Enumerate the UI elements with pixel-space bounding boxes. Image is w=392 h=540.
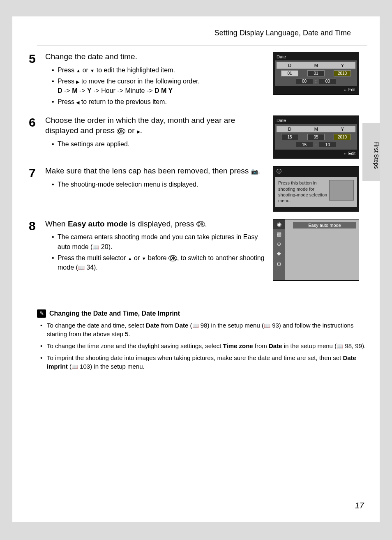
screen-title: Date — [273, 116, 359, 124]
step-number: 7 — [29, 167, 45, 179]
page-ref-icon — [264, 322, 270, 329]
step-body: Change the date and time. Press or to ed… — [45, 52, 273, 108]
ok-icon: OK — [196, 221, 205, 227]
edit-label: ↔ Edit — [273, 150, 359, 158]
info-icon: ⓘ — [273, 166, 359, 177]
bullet: Press the multi selector or before OK, t… — [52, 253, 269, 272]
up-arrow-icon — [128, 254, 132, 261]
step-8: 8 When Easy auto mode is displayed, pres… — [37, 219, 367, 281]
dmy-header: DMY — [277, 126, 355, 132]
section-title: Setting Display Language, Date and Time — [37, 29, 367, 37]
step-title: Make sure that the lens cap has been rem… — [45, 166, 269, 176]
side-tab: First Steps — [362, 123, 380, 181]
up-arrow-icon — [76, 67, 81, 74]
note-title: Changing the Date and Time, Date Imprint — [49, 310, 180, 317]
page-ref-icon — [337, 342, 343, 349]
note-icon: ✎ — [37, 309, 46, 318]
note-header: ✎ Changing the Date and Time, Date Impri… — [37, 309, 367, 318]
dmy-header: DMY — [277, 62, 355, 69]
step-title: When Easy auto mode is displayed, press … — [45, 219, 269, 229]
auto-icon: ◘ — [273, 259, 285, 269]
date-screen-1: Date DMY 01012010 00:00 ↔ Edit — [273, 52, 359, 95]
step-number: 8 — [29, 220, 45, 232]
page-ref-icon — [78, 264, 85, 271]
screen-title: Date — [273, 52, 359, 60]
mode-body: Easy auto mode — [285, 219, 359, 280]
step-title: Choose the order in which the day, month… — [45, 115, 269, 136]
down-arrow-icon — [90, 67, 95, 74]
step-bullets: The settings are applied. — [45, 139, 269, 149]
right-arrow-icon — [137, 126, 140, 135]
step-title: Change the date and time. — [45, 52, 269, 62]
bullet: Press to return to the previous item. — [52, 97, 269, 106]
step-bullets: The camera enters shooting mode and you … — [45, 232, 269, 272]
note-bullet: To imprint the shooting date into images… — [40, 353, 367, 371]
date-values: 15052010 — [277, 134, 355, 140]
step-number: 6 — [29, 116, 45, 129]
step-6: 6 Choose the order in which the day, mon… — [37, 115, 367, 159]
note-section: ✎ Changing the Date and Time, Date Impri… — [37, 309, 367, 371]
time-values: 00:00 — [277, 78, 355, 84]
step-body: Choose the order in which the day, month… — [45, 115, 273, 150]
camera-illustration — [329, 180, 354, 201]
page-ref-icon — [92, 243, 99, 250]
step-bullets: The shooting-mode selection menu is disp… — [45, 180, 269, 189]
page-number: 17 — [355, 501, 364, 510]
date-screen-2: Date DMY 15052010 15:10 ↔ Edit — [273, 115, 359, 159]
divider — [37, 46, 367, 46]
page-ref-icon — [71, 363, 78, 370]
step-5: 5 Change the date and time. Press or to … — [37, 52, 367, 108]
mode-label: Easy auto mode — [293, 222, 356, 228]
bullet: The settings are applied. — [52, 139, 269, 149]
ok-icon: OK — [168, 255, 177, 261]
sport-icon: ❖ — [273, 249, 285, 259]
edit-label: ↔ Edit — [273, 86, 359, 95]
bullet: Press or to edit the highlighted item. — [52, 65, 269, 75]
screen-inner: DMY 01012010 00:00 — [275, 60, 357, 86]
bullet: Press to move the cursor in the followin… — [52, 76, 269, 95]
step-body: Make sure that the lens cap has been rem… — [45, 166, 273, 191]
camera-icon — [251, 166, 258, 175]
ok-icon: OK — [117, 128, 125, 134]
bullet: The shooting-mode selection menu is disp… — [52, 180, 269, 189]
info-screen: ⓘ Press this button in shooting mode for… — [273, 166, 359, 211]
note-bullet: To change the date and time, select Date… — [40, 321, 367, 338]
step-body: When Easy auto mode is displayed, press … — [45, 219, 273, 274]
easy-auto-icon: ◉ — [273, 219, 285, 229]
manual-page: Setting Display Language, Date and Time … — [12, 16, 380, 522]
bullet: The camera enters shooting mode and you … — [52, 232, 269, 251]
note-bullets: To change the date and time, select Date… — [37, 321, 367, 371]
step-number: 5 — [29, 53, 45, 65]
time-values: 15:10 — [277, 142, 355, 148]
screen-inner: DMY 15052010 15:10 — [275, 124, 357, 150]
info-text: Press this button in shooting mode for s… — [278, 180, 327, 203]
date-values: 01012010 — [277, 70, 355, 76]
mode-icon-column: ◉ ▨ ☺ ❖ ◘ — [273, 219, 285, 280]
note-bullet: To change the time zone and the daylight… — [40, 342, 367, 350]
scene-icon: ▨ — [273, 229, 285, 239]
info-inner: Press this button in shooting mode for s… — [275, 177, 357, 207]
step-7: 7 Make sure that the lens cap has been r… — [37, 166, 367, 211]
page-ref-icon — [192, 322, 199, 329]
down-arrow-icon — [142, 254, 146, 261]
smart-portrait-icon: ☺ — [273, 239, 285, 249]
step-bullets: Press or to edit the highlighted item. P… — [45, 65, 269, 107]
mode-screen: ◉ ▨ ☺ ❖ ◘ Easy auto mode — [273, 219, 359, 281]
